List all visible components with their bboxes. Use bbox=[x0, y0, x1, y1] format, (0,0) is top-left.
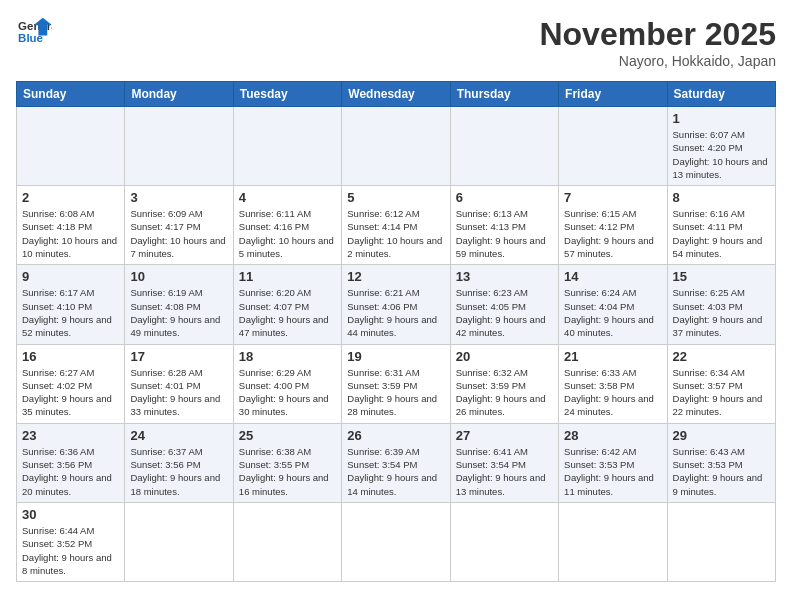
day-info: Sunrise: 6:09 AMSunset: 4:17 PMDaylight:… bbox=[130, 207, 227, 260]
day-cell: 6Sunrise: 6:13 AMSunset: 4:13 PMDaylight… bbox=[450, 186, 558, 265]
day-number: 25 bbox=[239, 428, 336, 443]
day-cell: 3Sunrise: 6:09 AMSunset: 4:17 PMDaylight… bbox=[125, 186, 233, 265]
day-info: Sunrise: 6:24 AMSunset: 4:04 PMDaylight:… bbox=[564, 286, 661, 339]
day-number: 30 bbox=[22, 507, 119, 522]
day-cell bbox=[559, 502, 667, 581]
day-cell bbox=[559, 107, 667, 186]
day-number: 8 bbox=[673, 190, 770, 205]
day-info: Sunrise: 6:42 AMSunset: 3:53 PMDaylight:… bbox=[564, 445, 661, 498]
day-info: Sunrise: 6:34 AMSunset: 3:57 PMDaylight:… bbox=[673, 366, 770, 419]
day-cell bbox=[450, 107, 558, 186]
day-cell bbox=[342, 502, 450, 581]
day-number: 10 bbox=[130, 269, 227, 284]
day-cell: 18Sunrise: 6:29 AMSunset: 4:00 PMDayligh… bbox=[233, 344, 341, 423]
day-cell: 25Sunrise: 6:38 AMSunset: 3:55 PMDayligh… bbox=[233, 423, 341, 502]
day-cell: 7Sunrise: 6:15 AMSunset: 4:12 PMDaylight… bbox=[559, 186, 667, 265]
day-info: Sunrise: 6:43 AMSunset: 3:53 PMDaylight:… bbox=[673, 445, 770, 498]
day-cell: 5Sunrise: 6:12 AMSunset: 4:14 PMDaylight… bbox=[342, 186, 450, 265]
day-number: 27 bbox=[456, 428, 553, 443]
day-number: 29 bbox=[673, 428, 770, 443]
week-row-6: 30Sunrise: 6:44 AMSunset: 3:52 PMDayligh… bbox=[17, 502, 776, 581]
day-number: 21 bbox=[564, 349, 661, 364]
day-number: 22 bbox=[673, 349, 770, 364]
day-info: Sunrise: 6:12 AMSunset: 4:14 PMDaylight:… bbox=[347, 207, 444, 260]
day-cell bbox=[233, 502, 341, 581]
day-cell bbox=[125, 107, 233, 186]
day-number: 26 bbox=[347, 428, 444, 443]
day-info: Sunrise: 6:16 AMSunset: 4:11 PMDaylight:… bbox=[673, 207, 770, 260]
day-number: 4 bbox=[239, 190, 336, 205]
day-cell: 27Sunrise: 6:41 AMSunset: 3:54 PMDayligh… bbox=[450, 423, 558, 502]
weekday-header-tuesday: Tuesday bbox=[233, 82, 341, 107]
day-cell: 8Sunrise: 6:16 AMSunset: 4:11 PMDaylight… bbox=[667, 186, 775, 265]
day-number: 2 bbox=[22, 190, 119, 205]
page-header: General Blue November 2025 Nayoro, Hokka… bbox=[16, 16, 776, 69]
logo: General Blue bbox=[16, 16, 52, 46]
day-cell: 9Sunrise: 6:17 AMSunset: 4:10 PMDaylight… bbox=[17, 265, 125, 344]
day-info: Sunrise: 6:36 AMSunset: 3:56 PMDaylight:… bbox=[22, 445, 119, 498]
weekday-header-thursday: Thursday bbox=[450, 82, 558, 107]
week-row-1: 1Sunrise: 6:07 AMSunset: 4:20 PMDaylight… bbox=[17, 107, 776, 186]
day-cell bbox=[450, 502, 558, 581]
day-cell: 19Sunrise: 6:31 AMSunset: 3:59 PMDayligh… bbox=[342, 344, 450, 423]
day-number: 15 bbox=[673, 269, 770, 284]
location: Nayoro, Hokkaido, Japan bbox=[539, 53, 776, 69]
day-cell: 21Sunrise: 6:33 AMSunset: 3:58 PMDayligh… bbox=[559, 344, 667, 423]
weekday-header-saturday: Saturday bbox=[667, 82, 775, 107]
day-info: Sunrise: 6:29 AMSunset: 4:00 PMDaylight:… bbox=[239, 366, 336, 419]
day-cell: 23Sunrise: 6:36 AMSunset: 3:56 PMDayligh… bbox=[17, 423, 125, 502]
month-title: November 2025 bbox=[539, 16, 776, 53]
day-info: Sunrise: 6:39 AMSunset: 3:54 PMDaylight:… bbox=[347, 445, 444, 498]
week-row-2: 2Sunrise: 6:08 AMSunset: 4:18 PMDaylight… bbox=[17, 186, 776, 265]
day-info: Sunrise: 6:33 AMSunset: 3:58 PMDaylight:… bbox=[564, 366, 661, 419]
day-info: Sunrise: 6:37 AMSunset: 3:56 PMDaylight:… bbox=[130, 445, 227, 498]
title-block: November 2025 Nayoro, Hokkaido, Japan bbox=[539, 16, 776, 69]
day-number: 20 bbox=[456, 349, 553, 364]
day-cell: 22Sunrise: 6:34 AMSunset: 3:57 PMDayligh… bbox=[667, 344, 775, 423]
day-cell: 4Sunrise: 6:11 AMSunset: 4:16 PMDaylight… bbox=[233, 186, 341, 265]
day-info: Sunrise: 6:13 AMSunset: 4:13 PMDaylight:… bbox=[456, 207, 553, 260]
day-number: 7 bbox=[564, 190, 661, 205]
day-number: 18 bbox=[239, 349, 336, 364]
weekday-header-monday: Monday bbox=[125, 82, 233, 107]
day-number: 6 bbox=[456, 190, 553, 205]
day-info: Sunrise: 6:08 AMSunset: 4:18 PMDaylight:… bbox=[22, 207, 119, 260]
day-cell bbox=[233, 107, 341, 186]
weekday-header-row: SundayMondayTuesdayWednesdayThursdayFrid… bbox=[17, 82, 776, 107]
weekday-header-friday: Friday bbox=[559, 82, 667, 107]
day-cell: 1Sunrise: 6:07 AMSunset: 4:20 PMDaylight… bbox=[667, 107, 775, 186]
day-info: Sunrise: 6:32 AMSunset: 3:59 PMDaylight:… bbox=[456, 366, 553, 419]
day-number: 11 bbox=[239, 269, 336, 284]
day-number: 9 bbox=[22, 269, 119, 284]
day-cell bbox=[667, 502, 775, 581]
week-row-4: 16Sunrise: 6:27 AMSunset: 4:02 PMDayligh… bbox=[17, 344, 776, 423]
day-cell: 26Sunrise: 6:39 AMSunset: 3:54 PMDayligh… bbox=[342, 423, 450, 502]
day-info: Sunrise: 6:25 AMSunset: 4:03 PMDaylight:… bbox=[673, 286, 770, 339]
day-number: 13 bbox=[456, 269, 553, 284]
day-info: Sunrise: 6:21 AMSunset: 4:06 PMDaylight:… bbox=[347, 286, 444, 339]
day-number: 3 bbox=[130, 190, 227, 205]
weekday-header-sunday: Sunday bbox=[17, 82, 125, 107]
day-cell: 12Sunrise: 6:21 AMSunset: 4:06 PMDayligh… bbox=[342, 265, 450, 344]
day-cell: 17Sunrise: 6:28 AMSunset: 4:01 PMDayligh… bbox=[125, 344, 233, 423]
day-number: 28 bbox=[564, 428, 661, 443]
day-number: 14 bbox=[564, 269, 661, 284]
day-info: Sunrise: 6:20 AMSunset: 4:07 PMDaylight:… bbox=[239, 286, 336, 339]
day-number: 23 bbox=[22, 428, 119, 443]
day-info: Sunrise: 6:11 AMSunset: 4:16 PMDaylight:… bbox=[239, 207, 336, 260]
day-cell bbox=[17, 107, 125, 186]
day-cell bbox=[125, 502, 233, 581]
week-row-5: 23Sunrise: 6:36 AMSunset: 3:56 PMDayligh… bbox=[17, 423, 776, 502]
day-number: 19 bbox=[347, 349, 444, 364]
week-row-3: 9Sunrise: 6:17 AMSunset: 4:10 PMDaylight… bbox=[17, 265, 776, 344]
logo-icon: General Blue bbox=[16, 16, 52, 46]
day-number: 12 bbox=[347, 269, 444, 284]
day-cell: 10Sunrise: 6:19 AMSunset: 4:08 PMDayligh… bbox=[125, 265, 233, 344]
day-info: Sunrise: 6:28 AMSunset: 4:01 PMDaylight:… bbox=[130, 366, 227, 419]
day-info: Sunrise: 6:19 AMSunset: 4:08 PMDaylight:… bbox=[130, 286, 227, 339]
day-cell bbox=[342, 107, 450, 186]
day-cell: 11Sunrise: 6:20 AMSunset: 4:07 PMDayligh… bbox=[233, 265, 341, 344]
day-cell: 24Sunrise: 6:37 AMSunset: 3:56 PMDayligh… bbox=[125, 423, 233, 502]
day-number: 24 bbox=[130, 428, 227, 443]
calendar-table: SundayMondayTuesdayWednesdayThursdayFrid… bbox=[16, 81, 776, 582]
